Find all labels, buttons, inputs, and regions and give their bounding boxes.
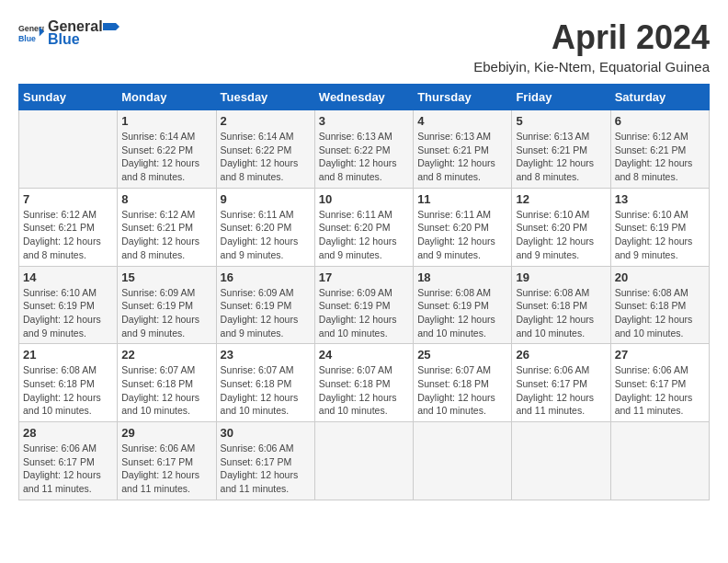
day-number: 10 <box>319 192 409 206</box>
day-number: 1 <box>121 114 211 128</box>
day-info: Sunrise: 6:13 AM Sunset: 6:21 PM Dayligh… <box>417 130 507 184</box>
day-info: Sunrise: 6:10 AM Sunset: 6:20 PM Dayligh… <box>516 208 606 262</box>
day-number: 23 <box>221 348 311 362</box>
calendar-cell: 16Sunrise: 6:09 AM Sunset: 6:19 PM Dayli… <box>216 266 314 344</box>
weekday-header-row: SundayMondayTuesdayWednesdayThursdayFrid… <box>19 85 710 110</box>
calendar-cell: 3Sunrise: 6:13 AM Sunset: 6:22 PM Daylig… <box>314 110 413 189</box>
day-info: Sunrise: 6:12 AM Sunset: 6:21 PM Dayligh… <box>615 130 705 184</box>
day-info: Sunrise: 6:07 AM Sunset: 6:18 PM Dayligh… <box>417 363 507 418</box>
weekday-header-wednesday: Wednesday <box>314 85 413 110</box>
day-info: Sunrise: 6:07 AM Sunset: 6:18 PM Dayligh… <box>221 363 311 418</box>
calendar-cell: 17Sunrise: 6:09 AM Sunset: 6:19 PM Dayli… <box>314 266 413 344</box>
calendar-cell: 11Sunrise: 6:11 AM Sunset: 6:20 PM Dayli… <box>414 188 512 266</box>
day-info: Sunrise: 6:07 AM Sunset: 6:18 PM Dayligh… <box>319 363 409 418</box>
calendar-cell <box>19 110 118 189</box>
day-number: 6 <box>615 114 705 128</box>
day-info: Sunrise: 6:08 AM Sunset: 6:19 PM Dayligh… <box>417 286 507 340</box>
calendar-cell: 21Sunrise: 6:08 AM Sunset: 6:18 PM Dayli… <box>19 344 118 422</box>
day-info: Sunrise: 6:11 AM Sunset: 6:20 PM Dayligh… <box>221 208 311 262</box>
weekday-header-friday: Friday <box>512 85 610 110</box>
month-title: April 2024 <box>473 18 710 57</box>
calendar-cell: 19Sunrise: 6:08 AM Sunset: 6:18 PM Dayli… <box>512 266 610 344</box>
calendar-cell: 10Sunrise: 6:11 AM Sunset: 6:20 PM Dayli… <box>314 188 413 266</box>
day-number: 17 <box>319 270 409 284</box>
svg-text:Blue: Blue <box>18 34 36 43</box>
calendar-cell: 27Sunrise: 6:06 AM Sunset: 6:17 PM Dayli… <box>610 344 709 422</box>
day-info: Sunrise: 6:07 AM Sunset: 6:18 PM Dayligh… <box>121 363 211 418</box>
calendar-cell <box>512 422 610 500</box>
calendar-cell: 20Sunrise: 6:08 AM Sunset: 6:18 PM Dayli… <box>610 266 709 344</box>
calendar-cell <box>414 422 512 500</box>
day-number: 14 <box>23 270 113 284</box>
day-info: Sunrise: 6:11 AM Sunset: 6:20 PM Dayligh… <box>319 208 409 262</box>
location-subtitle: Ebebiyin, Kie-Ntem, Equatorial Guinea <box>473 59 710 75</box>
calendar-cell <box>610 422 709 500</box>
weekday-header-saturday: Saturday <box>610 85 709 110</box>
day-number: 21 <box>23 348 113 362</box>
day-number: 12 <box>516 192 606 206</box>
day-number: 2 <box>221 114 311 128</box>
weekday-header-thursday: Thursday <box>414 85 512 110</box>
day-number: 5 <box>516 114 606 128</box>
weekday-header-sunday: Sunday <box>19 85 118 110</box>
day-number: 28 <box>23 426 113 440</box>
day-info: Sunrise: 6:06 AM Sunset: 6:17 PM Dayligh… <box>615 363 705 418</box>
calendar-cell: 1Sunrise: 6:14 AM Sunset: 6:22 PM Daylig… <box>118 110 216 189</box>
day-number: 20 <box>615 270 705 284</box>
calendar-cell: 22Sunrise: 6:07 AM Sunset: 6:18 PM Dayli… <box>118 344 216 422</box>
calendar-cell: 25Sunrise: 6:07 AM Sunset: 6:18 PM Dayli… <box>414 344 512 422</box>
day-info: Sunrise: 6:09 AM Sunset: 6:19 PM Dayligh… <box>319 286 409 340</box>
weekday-header-tuesday: Tuesday <box>216 85 314 110</box>
calendar-week-row: 21Sunrise: 6:08 AM Sunset: 6:18 PM Dayli… <box>19 344 710 422</box>
day-info: Sunrise: 6:08 AM Sunset: 6:18 PM Dayligh… <box>516 286 606 340</box>
header: General Blue General Blue April 2024 Ebe… <box>18 18 710 75</box>
calendar-cell: 29Sunrise: 6:06 AM Sunset: 6:17 PM Dayli… <box>118 422 216 500</box>
calendar-cell: 18Sunrise: 6:08 AM Sunset: 6:19 PM Dayli… <box>414 266 512 344</box>
calendar-week-row: 14Sunrise: 6:10 AM Sunset: 6:19 PM Dayli… <box>19 266 710 344</box>
day-info: Sunrise: 6:09 AM Sunset: 6:19 PM Dayligh… <box>221 286 311 340</box>
calendar-cell: 24Sunrise: 6:07 AM Sunset: 6:18 PM Dayli… <box>314 344 413 422</box>
calendar-table: SundayMondayTuesdayWednesdayThursdayFrid… <box>18 84 710 500</box>
day-number: 7 <box>23 192 113 206</box>
calendar-cell <box>314 422 413 500</box>
day-number: 19 <box>516 270 606 284</box>
weekday-header-monday: Monday <box>118 85 216 110</box>
logo-arrow-icon <box>103 19 119 34</box>
day-info: Sunrise: 6:12 AM Sunset: 6:21 PM Dayligh… <box>23 208 113 262</box>
calendar-week-row: 7Sunrise: 6:12 AM Sunset: 6:21 PM Daylig… <box>19 188 710 266</box>
day-info: Sunrise: 6:10 AM Sunset: 6:19 PM Dayligh… <box>23 286 113 340</box>
calendar-cell: 8Sunrise: 6:12 AM Sunset: 6:21 PM Daylig… <box>118 188 216 266</box>
logo: General Blue General Blue <box>18 18 119 48</box>
calendar-cell: 12Sunrise: 6:10 AM Sunset: 6:20 PM Dayli… <box>512 188 610 266</box>
day-info: Sunrise: 6:06 AM Sunset: 6:17 PM Dayligh… <box>121 442 211 496</box>
day-number: 26 <box>516 348 606 362</box>
day-info: Sunrise: 6:13 AM Sunset: 6:22 PM Dayligh… <box>319 130 409 184</box>
calendar-cell: 30Sunrise: 6:06 AM Sunset: 6:17 PM Dayli… <box>216 422 314 500</box>
day-number: 30 <box>221 426 311 440</box>
day-number: 4 <box>417 114 507 128</box>
day-number: 29 <box>121 426 211 440</box>
calendar-cell: 6Sunrise: 6:12 AM Sunset: 6:21 PM Daylig… <box>610 110 709 189</box>
day-number: 22 <box>121 348 211 362</box>
calendar-cell: 23Sunrise: 6:07 AM Sunset: 6:18 PM Dayli… <box>216 344 314 422</box>
title-area: April 2024 Ebebiyin, Kie-Ntem, Equatoria… <box>473 18 710 75</box>
calendar-cell: 13Sunrise: 6:10 AM Sunset: 6:19 PM Dayli… <box>610 188 709 266</box>
day-info: Sunrise: 6:14 AM Sunset: 6:22 PM Dayligh… <box>221 130 311 184</box>
day-info: Sunrise: 6:10 AM Sunset: 6:19 PM Dayligh… <box>615 208 705 262</box>
day-info: Sunrise: 6:13 AM Sunset: 6:21 PM Dayligh… <box>516 130 606 184</box>
day-number: 13 <box>615 192 705 206</box>
calendar-cell: 15Sunrise: 6:09 AM Sunset: 6:19 PM Dayli… <box>118 266 216 344</box>
day-info: Sunrise: 6:08 AM Sunset: 6:18 PM Dayligh… <box>23 363 113 418</box>
calendar-cell: 9Sunrise: 6:11 AM Sunset: 6:20 PM Daylig… <box>216 188 314 266</box>
calendar-cell: 4Sunrise: 6:13 AM Sunset: 6:21 PM Daylig… <box>414 110 512 189</box>
day-number: 3 <box>319 114 409 128</box>
calendar-week-row: 28Sunrise: 6:06 AM Sunset: 6:17 PM Dayli… <box>19 422 710 500</box>
logo-icon: General Blue <box>18 20 44 46</box>
day-info: Sunrise: 6:06 AM Sunset: 6:17 PM Dayligh… <box>516 363 606 418</box>
day-number: 25 <box>417 348 507 362</box>
day-number: 9 <box>221 192 311 206</box>
calendar-cell: 14Sunrise: 6:10 AM Sunset: 6:19 PM Dayli… <box>19 266 118 344</box>
day-number: 8 <box>121 192 211 206</box>
day-number: 24 <box>319 348 409 362</box>
calendar-cell: 26Sunrise: 6:06 AM Sunset: 6:17 PM Dayli… <box>512 344 610 422</box>
